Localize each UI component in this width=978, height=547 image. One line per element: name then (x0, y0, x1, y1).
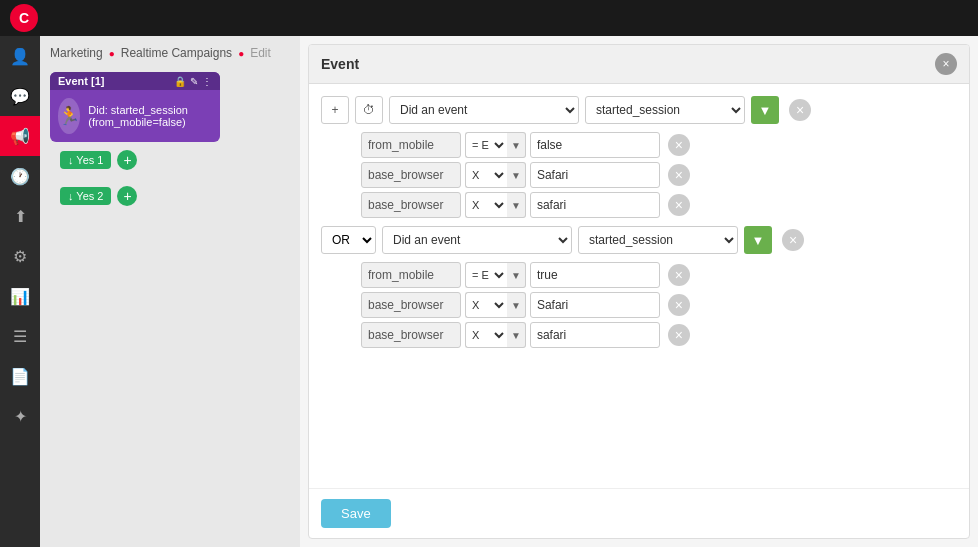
sidebar-item-docs[interactable]: 📄 (0, 356, 40, 396)
panel-body: + ⏱ Did an event Did not do an event sta… (309, 84, 969, 488)
app-logo: C (10, 4, 38, 32)
filter-field-1-1: from_mobile (361, 132, 461, 158)
filter-row-1-1: from_mobile = E X ▼ × (361, 132, 957, 158)
or-select[interactable]: OR AND (321, 226, 376, 254)
add-condition-button[interactable]: + (321, 96, 349, 124)
event-node-title: Event [1] (58, 75, 104, 87)
remove-filter-1-1-button[interactable]: × (668, 134, 690, 156)
remove-filter-2-3-button[interactable]: × (668, 324, 690, 346)
op-arrow-1-2: ▼ (507, 162, 526, 188)
remove-event-2-button[interactable]: × (782, 229, 804, 251)
filter-row-2-2: base_browser X = E ▼ × (361, 292, 957, 318)
upload-icon: ⬆ (14, 207, 27, 226)
did-event-select-2[interactable]: Did an event Did not do an event (382, 226, 572, 254)
add-after-yes1-button[interactable]: + (117, 150, 137, 170)
panel-title: Event (321, 56, 359, 72)
filter-value-2-1[interactable] (530, 262, 660, 288)
filter-field-2-2: base_browser (361, 292, 461, 318)
filter-row-2-3: base_browser X = E ▼ × (361, 322, 957, 348)
panel-header: Event × (309, 45, 969, 84)
save-button[interactable]: Save (321, 499, 391, 528)
lock-icon: 🔒 (174, 76, 186, 87)
sidebar-item-history[interactable]: 🕐 (0, 156, 40, 196)
breadcrumb-sep1: ● (109, 48, 115, 59)
filter-field-1-3: base_browser (361, 192, 461, 218)
breadcrumb-edit[interactable]: Edit (250, 46, 271, 60)
event-node[interactable]: Event [1] 🔒 ✎ ⋮ 🏃 Did: started_session (… (50, 72, 220, 142)
filter-button-1[interactable]: ▼ (751, 96, 779, 124)
filter-section-1: from_mobile = E X ▼ × base_ (361, 132, 957, 218)
op-arrow-2-2: ▼ (507, 292, 526, 318)
remove-filter-2-1-button[interactable]: × (668, 264, 690, 286)
op-arrow-1-1: ▼ (507, 132, 526, 158)
history-icon: 🕐 (10, 167, 30, 186)
filter-value-1-3[interactable] (530, 192, 660, 218)
op-select-1-1[interactable]: = E X (465, 132, 507, 158)
top-bar: C (0, 0, 978, 36)
docs-icon: 📄 (10, 367, 30, 386)
filter-value-1-1[interactable] (530, 132, 660, 158)
user-icon: 👤 (10, 47, 30, 66)
op-arrow-2-1: ▼ (507, 262, 526, 288)
event-name-select-2[interactable]: started_session (578, 226, 738, 254)
sidebar-item-chat[interactable]: 💬 (0, 76, 40, 116)
sidebar-item-list[interactable]: ☰ (0, 316, 40, 356)
remove-filter-1-2-button[interactable]: × (668, 164, 690, 186)
filter-field-1-2: base_browser (361, 162, 461, 188)
op-select-2-3[interactable]: X = E (465, 322, 507, 348)
remove-event-1-button[interactable]: × (789, 99, 811, 121)
filter-op-1-2: X = E ▼ (465, 162, 526, 188)
breadcrumb-marketing[interactable]: Marketing (50, 46, 103, 60)
op-select-2-1[interactable]: = E X (465, 262, 507, 288)
breadcrumb-realtime[interactable]: Realtime Campaigns (121, 46, 232, 60)
node-container: Event [1] 🔒 ✎ ⋮ 🏃 Did: started_session (… (50, 72, 290, 206)
filter-section-2: from_mobile = E X ▼ × base_ (361, 262, 957, 348)
op-select-1-3[interactable]: X = E (465, 192, 507, 218)
op-arrow-1-3: ▼ (507, 192, 526, 218)
edit-icon[interactable]: ✎ (190, 76, 198, 87)
did-event-select-1[interactable]: Did an event Did not do an event (389, 96, 579, 124)
filter-value-1-2[interactable] (530, 162, 660, 188)
panel-inner: Event × + ⏱ Did an event Did not do an e… (308, 44, 970, 539)
filter-button-2[interactable]: ▼ (744, 226, 772, 254)
filter-value-2-2[interactable] (530, 292, 660, 318)
sidebar-item-upload[interactable]: ⬆ (0, 196, 40, 236)
remove-filter-1-3-button[interactable]: × (668, 194, 690, 216)
sidebar-item-campaigns[interactable]: 📢 (0, 116, 40, 156)
panel-footer: Save (309, 488, 969, 538)
settings-icon: ✦ (14, 407, 27, 426)
yes1-label: ↓ Yes 1 (68, 154, 103, 166)
more-icon[interactable]: ⋮ (202, 76, 212, 87)
panel-close-button[interactable]: × (935, 53, 957, 75)
charts-icon: 📊 (10, 287, 30, 306)
panel: Event × + ⏱ Did an event Did not do an e… (300, 36, 978, 547)
yes2-button[interactable]: ↓ Yes 2 (60, 187, 111, 205)
filter-row-1-2: base_browser X = E ▼ × (361, 162, 957, 188)
filter-value-2-3[interactable] (530, 322, 660, 348)
event-node-icon: 🏃 (58, 98, 80, 134)
sidebar-item-user[interactable]: 👤 (0, 36, 40, 76)
or-row: OR AND Did an event Did not do an event … (321, 226, 957, 254)
op-select-1-2[interactable]: X = E (465, 162, 507, 188)
yes2-label: ↓ Yes 2 (68, 190, 103, 202)
sidebar-item-charts[interactable]: 📊 (0, 276, 40, 316)
filter-op-1-1: = E X ▼ (465, 132, 526, 158)
integrations-icon: ⚙ (13, 247, 27, 266)
sidebar: 👤 💬 📢 🕐 ⬆ ⚙ 📊 ☰ 📄 ✦ (0, 0, 40, 547)
list-icon: ☰ (13, 327, 27, 346)
filter-op-2-1: = E X ▼ (465, 262, 526, 288)
event-node-body: 🏃 Did: started_session (from_mobile=fals… (50, 90, 220, 142)
sidebar-item-settings[interactable]: ✦ (0, 396, 40, 436)
event-row-1: + ⏱ Did an event Did not do an event sta… (321, 96, 957, 124)
filter-op-2-2: X = E ▼ (465, 292, 526, 318)
event-name-select-1[interactable]: started_session (585, 96, 745, 124)
clock-button[interactable]: ⏱ (355, 96, 383, 124)
add-after-yes2-button[interactable]: + (117, 186, 137, 206)
sidebar-item-integrations[interactable]: ⚙ (0, 236, 40, 276)
event-node-text: Did: started_session (from_mobile=false) (88, 104, 212, 128)
yes1-button[interactable]: ↓ Yes 1 (60, 151, 111, 169)
op-select-2-2[interactable]: X = E (465, 292, 507, 318)
remove-filter-2-2-button[interactable]: × (668, 294, 690, 316)
filter-op-2-3: X = E ▼ (465, 322, 526, 348)
canvas-area: Marketing ● Realtime Campaigns ● Edit Ev… (40, 36, 300, 547)
